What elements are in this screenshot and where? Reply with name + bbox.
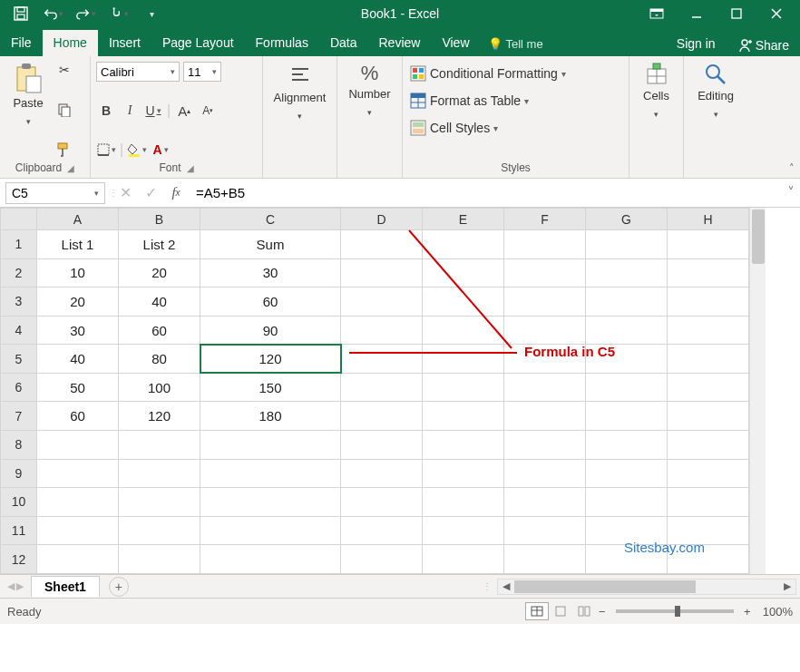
cell-E7[interactable] bbox=[423, 402, 504, 431]
cell-D9[interactable] bbox=[341, 459, 423, 488]
cell-F6[interactable] bbox=[504, 373, 586, 402]
cell-E6[interactable] bbox=[423, 373, 504, 402]
redo-icon[interactable] bbox=[76, 4, 96, 24]
tab-file[interactable]: File bbox=[0, 30, 43, 56]
row-header[interactable]: 7 bbox=[1, 402, 37, 431]
dialog-launcher-icon[interactable]: ◢ bbox=[187, 163, 194, 173]
cell-G10[interactable] bbox=[586, 488, 668, 517]
save-icon[interactable] bbox=[11, 4, 31, 24]
cell-C5[interactable]: 120 bbox=[200, 345, 341, 374]
horizontal-scrollbar[interactable]: ◀ ▶ bbox=[497, 579, 796, 595]
cell-E3[interactable] bbox=[423, 287, 504, 317]
cell-F10[interactable] bbox=[504, 488, 586, 517]
cell-G7[interactable] bbox=[586, 402, 668, 431]
row-header[interactable]: 12 bbox=[1, 545, 37, 574]
row-header[interactable]: 11 bbox=[1, 516, 37, 545]
cell-A7[interactable]: 60 bbox=[37, 402, 119, 431]
cell-B6[interactable]: 100 bbox=[119, 373, 200, 402]
cell-B9[interactable] bbox=[119, 459, 200, 488]
tab-splitter-icon[interactable]: ⋮ bbox=[477, 581, 497, 591]
collapse-ribbon-icon[interactable]: ˄ bbox=[789, 162, 795, 174]
minimize-icon[interactable] bbox=[686, 3, 707, 24]
cell-F8[interactable] bbox=[504, 431, 586, 460]
cell-G6[interactable] bbox=[586, 373, 668, 402]
tab-home[interactable]: Home bbox=[43, 30, 98, 56]
sheet-nav-prev-icon[interactable]: ◀ bbox=[7, 580, 15, 592]
cell-D2[interactable] bbox=[341, 258, 423, 287]
cell-F1[interactable] bbox=[504, 230, 586, 259]
cell-H9[interactable] bbox=[668, 459, 749, 488]
cell-C9[interactable] bbox=[200, 459, 341, 488]
page-break-view-icon[interactable] bbox=[572, 602, 596, 620]
zoom-slider[interactable] bbox=[616, 609, 734, 613]
cell-E10[interactable] bbox=[423, 488, 504, 517]
cell-G2[interactable] bbox=[586, 258, 668, 287]
format-painter-icon[interactable] bbox=[54, 140, 74, 160]
row-header[interactable]: 9 bbox=[1, 459, 37, 488]
row-header[interactable]: 5 bbox=[1, 345, 37, 374]
cell-B1[interactable]: List 2 bbox=[119, 230, 200, 259]
close-icon[interactable] bbox=[766, 3, 787, 24]
sheet-tab-active[interactable]: Sheet1 bbox=[31, 576, 100, 597]
cell-F12[interactable] bbox=[504, 545, 586, 574]
ribbon-display-icon[interactable] bbox=[646, 3, 668, 24]
cell-G3[interactable] bbox=[586, 287, 668, 317]
col-header-G[interactable]: G bbox=[586, 209, 668, 230]
editing-button[interactable]: Editing bbox=[689, 60, 742, 160]
cell-A9[interactable] bbox=[37, 459, 119, 488]
cell-A8[interactable] bbox=[37, 431, 119, 460]
cell-A1[interactable]: List 1 bbox=[37, 230, 119, 259]
tab-formulas[interactable]: Formulas bbox=[245, 30, 319, 56]
page-layout-view-icon[interactable] bbox=[549, 602, 572, 620]
cell-E2[interactable] bbox=[423, 258, 504, 287]
cell-B8[interactable] bbox=[119, 431, 200, 460]
cell-B3[interactable]: 40 bbox=[119, 287, 200, 317]
col-header-H[interactable]: H bbox=[668, 209, 749, 230]
shrink-font-icon[interactable]: A▾ bbox=[198, 101, 218, 121]
scroll-right-icon[interactable]: ▶ bbox=[779, 580, 795, 592]
cell-A3[interactable]: 20 bbox=[37, 287, 119, 317]
cell-C4[interactable]: 90 bbox=[200, 316, 341, 345]
cell-C8[interactable] bbox=[200, 431, 341, 460]
cell-H8[interactable] bbox=[668, 431, 749, 460]
cell-styles-button[interactable]: Cell Styles▾ bbox=[408, 118, 568, 138]
cell-C11[interactable] bbox=[200, 516, 341, 545]
expand-formula-bar-icon[interactable]: ˅ bbox=[782, 184, 800, 201]
cell-E4[interactable] bbox=[423, 316, 504, 345]
cell-C1[interactable]: Sum bbox=[200, 230, 341, 259]
conditional-formatting-button[interactable]: Conditional Formatting▾ bbox=[408, 63, 568, 83]
cut-icon[interactable]: ✂ bbox=[54, 60, 74, 80]
new-sheet-button[interactable]: + bbox=[109, 577, 129, 597]
number-button[interactable]: % Number bbox=[343, 60, 396, 160]
cell-E5[interactable] bbox=[423, 345, 504, 374]
cell-C12[interactable] bbox=[200, 545, 341, 574]
tab-review[interactable]: Review bbox=[368, 30, 432, 56]
cell-B4[interactable]: 60 bbox=[119, 316, 200, 345]
paste-button[interactable]: Paste bbox=[5, 60, 51, 160]
font-size-input[interactable]: 11▾ bbox=[183, 62, 221, 82]
cell-B2[interactable]: 20 bbox=[119, 258, 200, 287]
col-header-E[interactable]: E bbox=[423, 209, 504, 230]
cell-C6[interactable]: 150 bbox=[200, 373, 341, 402]
font-color-icon[interactable]: A bbox=[151, 140, 171, 160]
cell-A12[interactable] bbox=[37, 545, 119, 574]
cell-D10[interactable] bbox=[341, 488, 423, 517]
cell-A10[interactable] bbox=[37, 488, 119, 517]
cell-F2[interactable] bbox=[504, 258, 586, 287]
cell-F7[interactable] bbox=[504, 402, 586, 431]
name-box[interactable]: C5▾ bbox=[5, 182, 105, 204]
italic-button[interactable]: I bbox=[120, 101, 140, 121]
cells-button[interactable]: Cells bbox=[635, 60, 678, 160]
select-all-corner[interactable] bbox=[1, 209, 37, 230]
col-header-A[interactable]: A bbox=[37, 209, 119, 230]
insert-function-icon[interactable]: fx bbox=[163, 182, 189, 204]
row-header[interactable]: 3 bbox=[1, 287, 37, 317]
cell-F11[interactable] bbox=[504, 516, 586, 545]
cell-C3[interactable]: 60 bbox=[200, 287, 341, 317]
cell-H10[interactable] bbox=[668, 488, 749, 517]
cell-E12[interactable] bbox=[423, 545, 504, 574]
cell-H6[interactable] bbox=[668, 373, 749, 402]
sign-in[interactable]: Sign in bbox=[666, 31, 727, 56]
cell-F9[interactable] bbox=[504, 459, 586, 488]
col-header-B[interactable]: B bbox=[119, 209, 200, 230]
